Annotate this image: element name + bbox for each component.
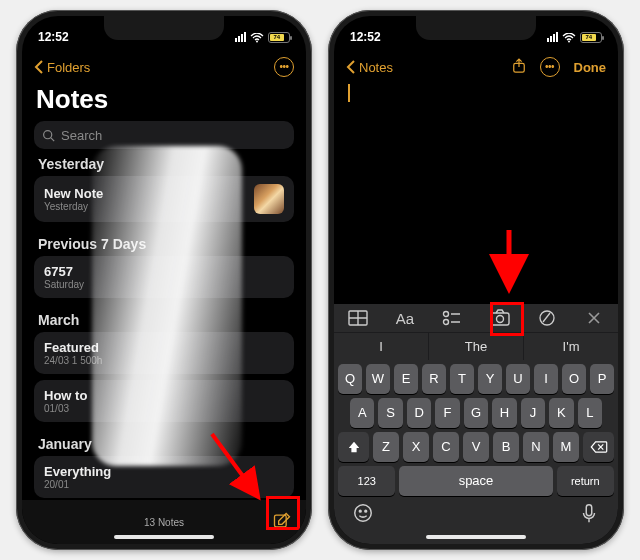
note-title: How to: [44, 388, 87, 403]
key-v[interactable]: V: [463, 432, 489, 462]
key-r[interactable]: R: [422, 364, 446, 394]
home-indicator[interactable]: [114, 535, 214, 539]
svg-point-1: [44, 130, 52, 138]
key-z[interactable]: Z: [373, 432, 399, 462]
key-q[interactable]: Q: [338, 364, 362, 394]
key-f[interactable]: F: [435, 398, 459, 428]
search-icon: [42, 129, 55, 142]
more-menu-button[interactable]: •••: [274, 57, 294, 77]
key-t[interactable]: T: [450, 364, 474, 394]
key-l[interactable]: L: [578, 398, 602, 428]
emoji-button[interactable]: [352, 502, 374, 528]
key-p[interactable]: P: [590, 364, 614, 394]
home-indicator[interactable]: [426, 535, 526, 539]
camera-button[interactable]: [485, 306, 515, 330]
prediction-1[interactable]: I: [334, 333, 429, 360]
svg-rect-15: [586, 505, 592, 516]
svg-point-14: [365, 510, 367, 512]
dictation-button[interactable]: [578, 502, 600, 528]
key-e[interactable]: E: [394, 364, 418, 394]
numbers-key[interactable]: 123: [338, 466, 395, 496]
note-subtitle: 01/03: [44, 403, 87, 414]
cellular-icon: [235, 32, 246, 42]
list-header: Yesterday: [38, 156, 290, 172]
key-x[interactable]: X: [403, 432, 429, 462]
note-row[interactable]: How to01/03: [34, 380, 294, 422]
list-header: January: [38, 436, 290, 452]
key-g[interactable]: G: [464, 398, 488, 428]
back-button[interactable]: Notes: [346, 60, 393, 75]
note-subtitle: Yesterday: [44, 201, 103, 212]
key-i[interactable]: I: [534, 364, 558, 394]
close-accessory-button[interactable]: [579, 306, 609, 330]
nav-bar: Folders •••: [22, 52, 306, 84]
cellular-icon: [547, 32, 558, 42]
note-subtitle: 24/03 1 500h: [44, 355, 102, 366]
screen-notes-list: 12:52 74 Folders ••• Notes: [22, 16, 306, 544]
note-row[interactable]: Everything20/01: [34, 456, 294, 498]
key-row-2: ASDFGHJKL: [334, 394, 618, 428]
note-title: 6757: [44, 264, 84, 279]
notes-count: 13 Notes: [144, 517, 184, 528]
note-row[interactable]: Featured24/03 1 500h: [34, 332, 294, 374]
key-d[interactable]: D: [407, 398, 431, 428]
key-a[interactable]: A: [350, 398, 374, 428]
list-group: Previous 7 Days6757Saturday: [34, 236, 294, 298]
key-row-1: QWERTYUIOP: [334, 360, 618, 394]
battery-level: 74: [582, 34, 596, 41]
done-button[interactable]: Done: [574, 60, 607, 75]
key-h[interactable]: H: [492, 398, 516, 428]
compose-button[interactable]: [272, 511, 292, 533]
key-b[interactable]: B: [493, 432, 519, 462]
wifi-icon: [562, 32, 576, 42]
key-u[interactable]: U: [506, 364, 530, 394]
note-row[interactable]: New NoteYesterday: [34, 176, 294, 222]
svg-point-13: [359, 510, 361, 512]
note-thumbnail: [254, 184, 284, 214]
key-c[interactable]: C: [433, 432, 459, 462]
note-editor[interactable]: [334, 78, 618, 304]
markup-button[interactable]: [532, 306, 562, 330]
key-m[interactable]: M: [553, 432, 579, 462]
svg-point-7: [444, 312, 449, 317]
key-row-4: 123 space return: [334, 462, 618, 496]
svg-rect-9: [491, 313, 509, 325]
page-title: Notes: [22, 84, 306, 121]
prediction-2[interactable]: The: [429, 333, 524, 360]
delete-key[interactable]: [583, 432, 614, 462]
more-menu-button[interactable]: •••: [540, 57, 560, 77]
svg-point-11: [540, 311, 554, 325]
key-n[interactable]: N: [523, 432, 549, 462]
notch: [104, 16, 224, 40]
note-title: New Note: [44, 186, 103, 201]
key-j[interactable]: J: [521, 398, 545, 428]
return-key[interactable]: return: [557, 466, 614, 496]
key-w[interactable]: W: [366, 364, 390, 394]
predictive-bar: I The I'm: [334, 333, 618, 360]
prediction-3[interactable]: I'm: [524, 333, 618, 360]
text-format-button[interactable]: Aa: [390, 306, 420, 330]
key-y[interactable]: Y: [478, 364, 502, 394]
battery-icon: 74: [268, 32, 290, 43]
list-group: MarchFeatured24/03 1 500hHow to01/03: [34, 312, 294, 422]
key-k[interactable]: K: [549, 398, 573, 428]
table-button[interactable]: [343, 306, 373, 330]
space-key[interactable]: space: [399, 466, 552, 496]
note-title: Featured: [44, 340, 102, 355]
status-right: 74: [547, 32, 602, 43]
checklist-button[interactable]: [437, 306, 467, 330]
battery-level: 74: [270, 34, 284, 41]
phone-right: 12:52 74 Notes ••• Done: [328, 10, 624, 550]
search-input[interactable]: Search: [34, 121, 294, 149]
key-row-3: ZXCVBNM: [334, 428, 618, 462]
list-group: YesterdayNew NoteYesterday: [34, 156, 294, 222]
key-s[interactable]: S: [378, 398, 402, 428]
notes-list[interactable]: YesterdayNew NoteYesterdayPrevious 7 Day…: [22, 152, 306, 500]
back-button[interactable]: Folders: [34, 60, 90, 75]
list-group: JanuaryEverything20/01: [34, 436, 294, 498]
list-header: Previous 7 Days: [38, 236, 290, 252]
shift-key[interactable]: [338, 432, 369, 462]
share-button[interactable]: [512, 58, 526, 77]
note-row[interactable]: 6757Saturday: [34, 256, 294, 298]
key-o[interactable]: O: [562, 364, 586, 394]
